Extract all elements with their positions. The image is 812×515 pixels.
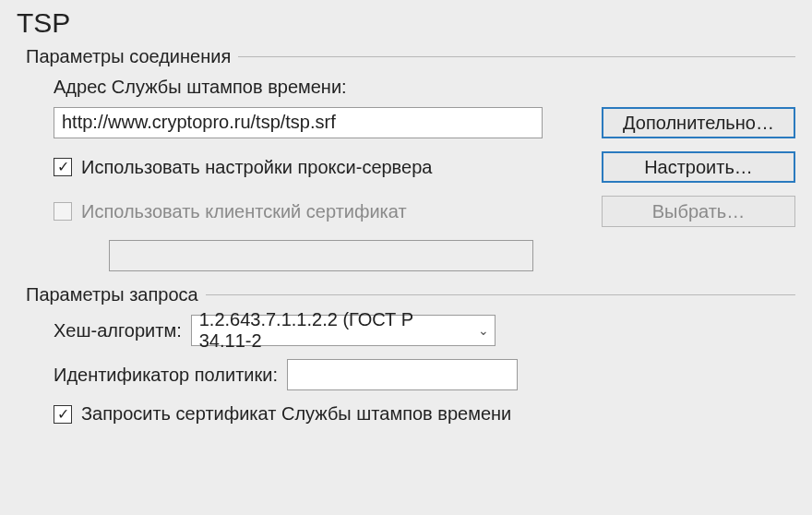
request-group: Параметры запроса Хеш-алгоритм: 1.2.643.… (26, 284, 795, 425)
request-cert-label[interactable]: Запросить сертификат Службы штампов врем… (81, 403, 511, 425)
hash-algorithm-label: Хеш-алгоритм: (54, 320, 182, 341)
request-cert-checkbox-row[interactable]: ✓ Запросить сертификат Службы штампов вр… (54, 403, 511, 425)
advanced-button[interactable]: Дополнительно… (602, 107, 795, 138)
use-proxy-checkbox-row[interactable]: ✓ Использовать настройки прокси-сервера (54, 157, 432, 178)
connection-group-header: Параметры соединения (26, 46, 795, 67)
use-proxy-checkbox[interactable]: ✓ (54, 158, 72, 176)
configure-proxy-button[interactable]: Настроить… (602, 151, 795, 183)
tsp-address-label: Адрес Службы штампов времени: (54, 77, 795, 98)
connection-group: Параметры соединения Адрес Службы штампо… (26, 46, 795, 271)
tsp-address-input[interactable] (54, 107, 543, 138)
request-cert-checkbox[interactable]: ✓ (54, 405, 72, 424)
group-divider (206, 294, 795, 295)
request-group-header: Параметры запроса (26, 284, 795, 305)
connection-group-legend: Параметры соединения (26, 46, 231, 67)
policy-id-input[interactable] (287, 359, 518, 390)
page-title: TSP (17, 7, 795, 39)
hash-algorithm-value: 1.2.643.7.1.1.2.2 (ГОСТ Р 34.11-2 (199, 309, 471, 352)
hash-algorithm-select[interactable]: 1.2.643.7.1.1.2.2 (ГОСТ Р 34.11-2 ⌄ (191, 315, 496, 346)
use-client-cert-checkbox-row: Использовать клиентский сертификат (54, 201, 407, 222)
request-group-legend: Параметры запроса (26, 284, 198, 305)
policy-id-label: Идентификатор политики: (54, 365, 278, 386)
chevron-down-icon: ⌄ (478, 323, 489, 338)
tsp-settings-panel: TSP Параметры соединения Адрес Службы шт… (0, 0, 812, 454)
use-client-cert-checkbox (54, 202, 72, 221)
group-divider (238, 56, 795, 57)
use-proxy-label[interactable]: Использовать настройки прокси-сервера (81, 157, 432, 178)
select-cert-button: Выбрать… (602, 196, 795, 227)
use-client-cert-label: Использовать клиентский сертификат (81, 201, 407, 222)
client-cert-display (109, 240, 533, 271)
